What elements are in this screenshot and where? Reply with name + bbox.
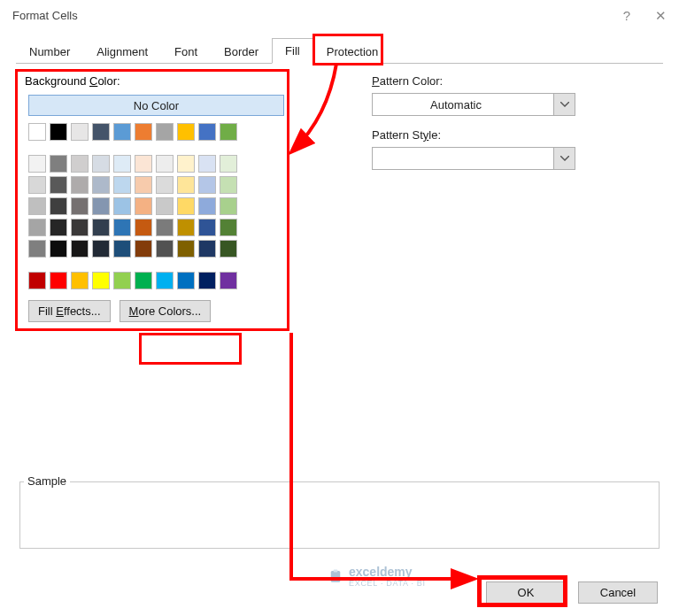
- theme-color-row: [28, 123, 289, 141]
- color-swatch[interactable]: [135, 197, 152, 215]
- color-swatch[interactable]: [220, 176, 237, 194]
- color-swatch[interactable]: [156, 219, 174, 236]
- color-swatch[interactable]: [92, 272, 110, 289]
- color-swatch[interactable]: [198, 197, 216, 215]
- tab-strip: Number Alignment Font Border Fill Protec…: [0, 30, 679, 63]
- theme-color-shades: [28, 155, 289, 258]
- title-bar: Format Cells ? ✕: [0, 0, 679, 30]
- tab-border[interactable]: Border: [211, 39, 272, 64]
- color-swatch[interactable]: [28, 176, 46, 194]
- color-swatch[interactable]: [156, 272, 174, 289]
- color-swatch[interactable]: [92, 155, 110, 173]
- color-swatch[interactable]: [135, 123, 152, 141]
- color-swatch[interactable]: [28, 123, 46, 141]
- standard-color-row: [28, 272, 289, 289]
- color-swatch[interactable]: [28, 155, 46, 173]
- color-swatch[interactable]: [71, 155, 89, 173]
- tab-font[interactable]: Font: [161, 39, 211, 64]
- color-swatch[interactable]: [135, 176, 152, 194]
- annotation-arrow-bg-to-ok: [288, 331, 500, 600]
- color-swatch[interactable]: [177, 123, 195, 141]
- no-color-button[interactable]: No Color: [28, 95, 284, 116]
- color-swatch[interactable]: [198, 219, 216, 236]
- color-swatch[interactable]: [50, 240, 67, 258]
- sample-label: Sample: [24, 474, 70, 488]
- color-swatch[interactable]: [177, 176, 195, 194]
- color-swatch[interactable]: [220, 272, 237, 289]
- chevron-down-icon: [553, 94, 575, 115]
- color-swatch[interactable]: [156, 123, 174, 141]
- color-swatch[interactable]: [113, 123, 131, 141]
- fill-effects-button[interactable]: Fill Effects...: [28, 300, 111, 322]
- color-swatch[interactable]: [220, 197, 237, 215]
- background-color-label: Background Color:: [25, 74, 289, 88]
- pattern-section: Pattern Color: Automatic Pattern Style:: [372, 74, 584, 182]
- color-swatch[interactable]: [28, 219, 46, 236]
- dialog-footer: OK Cancel: [486, 581, 658, 604]
- color-swatch[interactable]: [135, 219, 152, 236]
- annotation-arrow-fill-to-bg: [288, 64, 350, 165]
- color-swatch[interactable]: [113, 176, 131, 194]
- color-swatch[interactable]: [177, 240, 195, 258]
- tab-alignment[interactable]: Alignment: [83, 39, 161, 64]
- color-swatch[interactable]: [113, 240, 131, 258]
- pattern-style-dropdown[interactable]: [372, 147, 575, 170]
- color-swatch[interactable]: [50, 176, 67, 194]
- color-swatch[interactable]: [113, 197, 131, 215]
- color-swatch[interactable]: [220, 155, 237, 173]
- window-title: Format Cells: [12, 9, 78, 22]
- color-swatch[interactable]: [50, 155, 67, 173]
- color-swatch[interactable]: [156, 197, 174, 215]
- color-swatch[interactable]: [198, 155, 216, 173]
- color-swatch[interactable]: [92, 123, 110, 141]
- color-swatch[interactable]: [198, 240, 216, 258]
- help-icon[interactable]: ?: [623, 9, 630, 22]
- color-swatch[interactable]: [92, 240, 110, 258]
- chevron-down-icon: [553, 148, 575, 169]
- color-swatch[interactable]: [113, 219, 131, 236]
- color-swatch[interactable]: [92, 197, 110, 215]
- color-swatch[interactable]: [28, 240, 46, 258]
- color-swatch[interactable]: [113, 155, 131, 173]
- color-swatch[interactable]: [198, 272, 216, 289]
- tab-fill[interactable]: Fill: [272, 38, 313, 64]
- color-swatch[interactable]: [135, 240, 152, 258]
- color-swatch[interactable]: [50, 219, 67, 236]
- color-swatch[interactable]: [71, 123, 89, 141]
- color-swatch[interactable]: [92, 176, 110, 194]
- color-swatch[interactable]: [50, 272, 67, 289]
- color-swatch[interactable]: [71, 176, 89, 194]
- cancel-button[interactable]: Cancel: [578, 581, 658, 604]
- more-colors-button[interactable]: More Colors...: [120, 300, 212, 322]
- color-swatch[interactable]: [177, 197, 195, 215]
- color-swatch[interactable]: [113, 272, 131, 289]
- color-swatch[interactable]: [28, 272, 46, 289]
- color-swatch[interactable]: [220, 123, 237, 141]
- color-swatch[interactable]: [135, 272, 152, 289]
- color-swatch[interactable]: [28, 197, 46, 215]
- pattern-color-label: Pattern Color:: [372, 74, 584, 88]
- tab-number[interactable]: Number: [16, 39, 83, 64]
- color-swatch[interactable]: [71, 219, 89, 236]
- pattern-color-dropdown[interactable]: Automatic: [372, 93, 575, 116]
- color-swatch[interactable]: [71, 197, 89, 215]
- color-swatch[interactable]: [50, 123, 67, 141]
- color-swatch[interactable]: [71, 272, 89, 289]
- color-swatch[interactable]: [156, 240, 174, 258]
- color-swatch[interactable]: [177, 219, 195, 236]
- background-color-section: Background Color: No Color Fill Effects.…: [19, 74, 289, 322]
- close-icon[interactable]: ✕: [655, 9, 667, 22]
- color-swatch[interactable]: [92, 219, 110, 236]
- color-swatch[interactable]: [135, 155, 152, 173]
- color-swatch[interactable]: [177, 155, 195, 173]
- color-swatch[interactable]: [50, 197, 67, 215]
- tab-protection[interactable]: Protection: [313, 39, 392, 64]
- color-swatch[interactable]: [220, 240, 237, 258]
- color-swatch[interactable]: [198, 176, 216, 194]
- color-swatch[interactable]: [156, 155, 174, 173]
- color-swatch[interactable]: [177, 272, 195, 289]
- color-swatch[interactable]: [220, 219, 237, 236]
- color-swatch[interactable]: [198, 123, 216, 141]
- color-swatch[interactable]: [156, 176, 174, 194]
- color-swatch[interactable]: [71, 240, 89, 258]
